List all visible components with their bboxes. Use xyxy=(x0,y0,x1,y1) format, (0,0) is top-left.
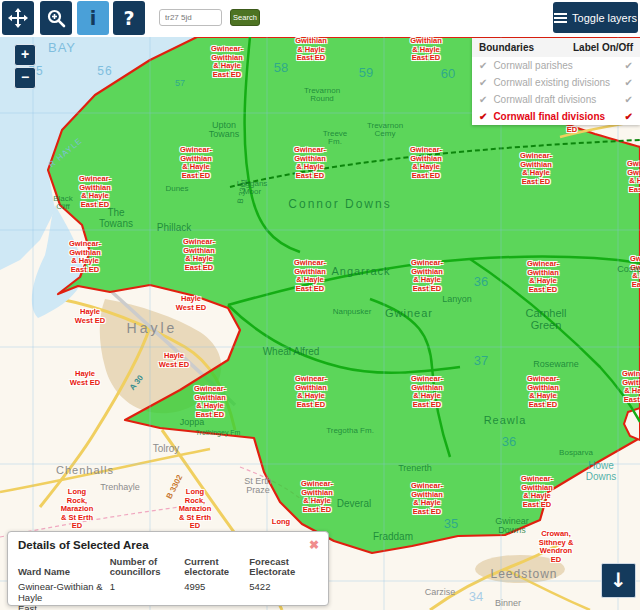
place-label: Trethingey Fm xyxy=(196,429,241,436)
details-column-header: Current electorate xyxy=(184,556,249,580)
place-label: Bosparva xyxy=(559,449,593,457)
label-onoff-check-icon[interactable]: ✔ xyxy=(625,60,633,71)
table-row: Gwinear-Gwithian & Hayle East149955422 xyxy=(18,580,318,610)
details-cell: 5422 xyxy=(249,580,318,610)
layer-label: Cornwall parishes xyxy=(493,60,624,71)
place-label: 36 xyxy=(502,435,516,449)
layer-check-icon[interactable]: ✔ xyxy=(479,111,487,122)
place-label: Wheal Alfred xyxy=(263,347,320,358)
layer-check-icon[interactable]: ✔ xyxy=(479,94,487,105)
place-label: Phillack xyxy=(157,223,191,234)
layers-panel: Boundaries Label On/Off ✔Cornwall parish… xyxy=(472,38,640,125)
magnifier-plus-icon xyxy=(46,8,66,28)
place-label: 58 xyxy=(274,61,288,75)
place-label: Deveral xyxy=(337,499,371,510)
ed-label: Gwinear- Gwithian & Hayle East ED xyxy=(211,45,243,79)
place-label: Rosewarne xyxy=(533,360,579,369)
zoom-in-button[interactable]: + xyxy=(14,44,36,66)
ed-label: Long Rock, Marazion & St Erth ED xyxy=(61,488,94,531)
place-label: A 30 xyxy=(129,374,146,392)
place-label: Joppa xyxy=(180,418,205,427)
ed-label: Gwinear- Gwithian & Hayle East ED xyxy=(627,160,640,194)
ed-label: Gwinear- Gwithian & Hayle East ED xyxy=(411,375,443,409)
ed-label: Gwinear- Gwithian & Hayle East ED xyxy=(294,259,326,293)
ed-label: Gwinear- Gwithian & Hayle East ED xyxy=(630,255,640,289)
ed-label: Hayle West ED xyxy=(75,308,105,325)
toggle-layers-button[interactable]: Toggle layers xyxy=(553,2,638,33)
place-label: Leedstown xyxy=(490,568,557,581)
ed-label: Gwinear- Gwithian & Hayle East ED xyxy=(194,385,226,419)
place-label: Coswin xyxy=(617,265,640,274)
layer-row-2[interactable]: ✔Cornwall draft divisions✔ xyxy=(472,91,640,108)
ed-label: Gwinear- Gwithian & Hayle East ED xyxy=(411,259,443,293)
ed-label: Hayle West ED xyxy=(159,352,189,369)
ed-label: Gwinear- Gwithian & Hayle East ED xyxy=(301,480,333,514)
ed-label: Gwinear- Gwithian & Hayle East ED xyxy=(410,146,442,180)
layer-label: Cornwall draft divisions xyxy=(493,94,624,105)
layer-check-icon[interactable]: ✔ xyxy=(479,77,487,88)
place-label: Trenhayle xyxy=(100,483,140,492)
arrow-down-icon: ↓ xyxy=(610,568,627,592)
ed-label: Gwinear- Gwithian & Hayle East ED xyxy=(520,152,552,186)
place-label: Howe Downs xyxy=(586,461,617,482)
place-label: 34 xyxy=(469,590,483,604)
search-button[interactable]: Search xyxy=(230,9,260,26)
layers-list: ✔Cornwall parishes✔✔Cornwall existing di… xyxy=(472,57,640,125)
place-label: B 3301 xyxy=(237,178,250,204)
place-label: Hayle xyxy=(127,321,178,336)
info-tool-button[interactable]: i xyxy=(77,1,109,35)
details-column-header: Number of councillors xyxy=(110,556,184,580)
layer-row-0[interactable]: ✔Cornwall parishes✔ xyxy=(472,57,640,74)
place-label: Black Cliff xyxy=(53,195,73,212)
place-label: Connor Downs xyxy=(288,198,391,211)
place-label: Trevarnon Round xyxy=(304,87,340,104)
label-onoff-check-icon[interactable]: ✔ xyxy=(625,111,633,122)
details-column-header: Ward Name xyxy=(18,556,110,580)
layer-row-1[interactable]: ✔Cornwall existing divisions✔ xyxy=(472,74,640,91)
place-label: Lanyon xyxy=(442,295,472,304)
layers-panel-header: Boundaries Label On/Off xyxy=(472,38,640,57)
place-label: Carnhell Green xyxy=(526,308,567,331)
layer-row-3[interactable]: ✔Cornwall final divisions✔ xyxy=(472,108,640,125)
place-label: 59 xyxy=(359,66,373,80)
layer-label: Cornwall existing divisions xyxy=(493,77,624,88)
zoom-out-button[interactable]: − xyxy=(14,67,36,89)
place-label: 60 xyxy=(441,67,455,81)
close-icon[interactable]: ✖ xyxy=(309,538,319,552)
ed-label: Long xyxy=(272,518,290,527)
place-label: Angarrack xyxy=(331,266,390,278)
search-input[interactable] xyxy=(159,9,222,26)
label-onoff-check-icon[interactable]: ✔ xyxy=(625,94,633,105)
ed-label: Gwinear- Gwithian & Hayle East ED xyxy=(79,175,111,209)
pan-tool-button[interactable] xyxy=(2,1,34,35)
place-label: 35 xyxy=(444,517,458,531)
place-label: Gwinear Downs xyxy=(495,517,529,536)
details-table: Ward NameNumber of councillorsCurrent el… xyxy=(18,556,318,610)
place-label: Chenhalls xyxy=(56,465,114,477)
layers-header-boundaries: Boundaries xyxy=(479,42,534,53)
place-label: 37 xyxy=(474,354,488,368)
place-label: 56 xyxy=(97,65,112,78)
place-label: 57 xyxy=(175,79,185,88)
pan-down-button[interactable]: ↓ xyxy=(601,563,636,598)
ed-label: Gwinear- Gwithian & Hayle East ED xyxy=(411,482,443,516)
help-tool-button[interactable]: ? xyxy=(113,1,145,35)
details-cell: 1 xyxy=(110,580,184,610)
ed-label: Gwinear- Gwithian & Hayle East ED xyxy=(183,238,215,272)
place-label: Dunes xyxy=(165,185,188,193)
details-panel: Details of Selected Area ✖ Ward NameNumb… xyxy=(7,531,329,606)
help-icon: ? xyxy=(123,7,134,29)
toggle-layers-label: Toggle layers xyxy=(572,12,637,24)
ed-label: Gwithian & Hayle East ED xyxy=(410,37,442,63)
place-label: St Erth Praze xyxy=(244,477,272,496)
place-label: Nanpusker xyxy=(333,308,372,316)
place-label: Carzise xyxy=(425,588,456,597)
place-label: BAY xyxy=(48,41,76,55)
place-label: Upton Towans xyxy=(209,121,240,140)
place-label: Binner xyxy=(495,599,521,608)
layer-check-icon[interactable]: ✔ xyxy=(479,60,487,71)
ed-label: Gwinear- Gwithian & Hayle East ED xyxy=(527,375,559,409)
place-label: B 3302 xyxy=(165,474,184,501)
label-onoff-check-icon[interactable]: ✔ xyxy=(625,77,633,88)
zoom-tool-button[interactable] xyxy=(40,1,72,35)
